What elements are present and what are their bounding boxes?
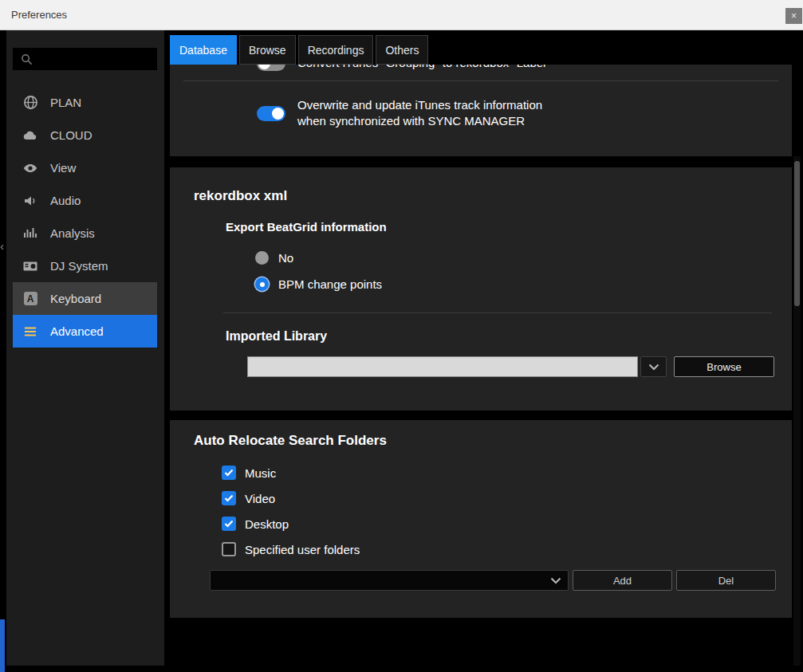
music-checkbox[interactable]: [222, 466, 236, 480]
vertical-scrollbar[interactable]: [793, 156, 801, 666]
overwrite-toggle[interactable]: [257, 106, 285, 121]
checkbox-label: Desktop: [245, 517, 289, 531]
sidebar-item-view[interactable]: View: [13, 151, 157, 184]
divider: [223, 312, 772, 313]
del-button-label: Del: [718, 575, 734, 587]
browse-button[interactable]: Browse: [674, 356, 774, 377]
player-deck-icon: [22, 258, 38, 274]
sidebar-item-label: DJ System: [50, 259, 108, 273]
radio-row-bpm-change-points[interactable]: BPM change points: [255, 271, 792, 297]
user-folder-dropdown[interactable]: [210, 570, 569, 591]
window-title: Preferences: [11, 9, 67, 21]
radio-no[interactable]: [255, 251, 269, 265]
radio-bpm-label: BPM change points: [278, 277, 382, 291]
specified-user-folders-checkbox[interactable]: [222, 542, 236, 556]
chevron-down-icon: [550, 573, 561, 588]
grouping-toggle[interactable]: [257, 65, 285, 71]
overwrite-row: Overwrite and update iTunes track inform…: [170, 97, 792, 129]
browse-button-label: Browse: [707, 361, 741, 373]
search-icon: [18, 51, 34, 67]
relocate-checkbox-list: Music Video Desktop Specified user folde…: [222, 460, 792, 562]
waveform-icon: [22, 226, 38, 242]
tab-bar: Database Browse Recordings Others: [170, 35, 428, 65]
auto-relocate-panel: Auto Relocate Search Folders Music Video…: [170, 420, 792, 618]
checkbox-label: Specified user folders: [245, 543, 360, 556]
tab-recordings[interactable]: Recordings: [298, 35, 374, 65]
auto-relocate-title: Auto Relocate Search Folders: [170, 420, 792, 449]
tab-label: Browse: [249, 44, 286, 57]
sidebar-collapse-arrow[interactable]: [0, 239, 6, 257]
sidebar-item-label: Keyboard: [50, 292, 101, 305]
tab-others[interactable]: Others: [376, 35, 428, 65]
sidebar-menu: PLAN CLOUD View Audio: [6, 86, 164, 348]
sidebar-item-label: Advanced: [50, 324, 104, 338]
radio-row-no[interactable]: No: [255, 245, 792, 271]
checkbox-row-desktop[interactable]: Desktop: [222, 511, 792, 536]
overwrite-label-line2: when synchronized with SYNC MANAGER: [297, 113, 542, 129]
sidebar-item-plan[interactable]: PLAN: [13, 86, 157, 119]
export-beatgrid-heading: Export BeatGrid information: [226, 220, 792, 234]
scrollbar-thumb[interactable]: [794, 161, 800, 306]
desktop-checkbox[interactable]: [222, 517, 236, 531]
radio-no-label: No: [278, 251, 293, 265]
plan-globe-icon: [22, 95, 38, 111]
tab-database[interactable]: Database: [170, 35, 237, 65]
imported-library-row: Browse: [247, 356, 792, 377]
add-button[interactable]: Add: [573, 570, 672, 591]
sidebar-item-keyboard[interactable]: Keyboard: [13, 282, 157, 315]
grouping-row: Convert iTunes "Grouping" to rekordbox "…: [170, 65, 792, 81]
imported-library-dropdown-button[interactable]: [640, 356, 667, 377]
rekordbox-xml-title: rekordbox xml: [170, 167, 792, 204]
tab-label: Recordings: [308, 44, 364, 57]
rekordbox-xml-panel: rekordbox xml Export BeatGrid informatio…: [170, 167, 792, 411]
title-bar: Preferences ×: [0, 0, 803, 30]
checkbox-label: Music: [245, 466, 276, 480]
search-box[interactable]: [13, 48, 157, 70]
menu-lines-icon: [22, 324, 38, 340]
imported-library-heading: Imported Library: [226, 329, 792, 344]
chevron-down-icon: [648, 360, 659, 374]
sidebar-item-audio[interactable]: Audio: [13, 184, 157, 217]
sidebar-item-analysis[interactable]: Analysis: [13, 217, 157, 250]
toggle-knob: [258, 65, 270, 69]
eye-icon: [22, 160, 38, 176]
toggle-knob: [272, 108, 284, 120]
add-button-label: Add: [613, 575, 632, 587]
tab-label: Others: [385, 44, 419, 57]
tab-label: Database: [179, 44, 227, 57]
video-checkbox[interactable]: [222, 491, 236, 505]
overwrite-label-line1: Overwrite and update iTunes track inform…: [297, 97, 542, 113]
window-edge-accent: [0, 619, 5, 672]
close-icon: ×: [791, 10, 797, 22]
radio-bpm-change-points[interactable]: [255, 277, 269, 291]
cloud-icon: [22, 128, 38, 143]
sidebar-item-label: CLOUD: [50, 128, 93, 142]
overwrite-label: Overwrite and update iTunes track inform…: [297, 97, 542, 129]
search-input[interactable]: [39, 53, 152, 66]
sidebar-item-dj-system[interactable]: DJ System: [13, 250, 157, 282]
divider: [183, 81, 778, 81]
itunes-settings-panel: Convert iTunes "Grouping" to rekordbox "…: [170, 65, 792, 156]
tab-browse[interactable]: Browse: [239, 35, 296, 65]
sidebar-item-label: View: [50, 161, 76, 175]
keyboard-a-icon: [22, 291, 38, 307]
sidebar-item-label: PLAN: [50, 96, 81, 109]
close-button[interactable]: ×: [785, 8, 802, 24]
sidebar: PLAN CLOUD View Audio: [6, 30, 164, 666]
checkbox-label: Video: [245, 492, 275, 505]
imported-library-input[interactable]: [247, 356, 638, 377]
checkbox-row-video[interactable]: Video: [222, 485, 792, 511]
del-button[interactable]: Del: [676, 570, 776, 591]
user-folder-row: Add Del: [210, 570, 792, 591]
checkbox-row-music[interactable]: Music: [222, 460, 792, 485]
speaker-icon: [22, 193, 38, 209]
sidebar-item-advanced[interactable]: Advanced: [13, 315, 157, 348]
beatgrid-radio-group: No BPM change points: [170, 245, 792, 297]
sidebar-item-cloud[interactable]: CLOUD: [13, 119, 157, 151]
grouping-label: Convert iTunes "Grouping" to rekordbox "…: [297, 65, 550, 71]
sidebar-item-label: Audio: [50, 194, 81, 207]
sidebar-item-label: Analysis: [50, 226, 95, 240]
checkbox-row-specified-user-folders[interactable]: Specified user folders: [222, 536, 792, 562]
